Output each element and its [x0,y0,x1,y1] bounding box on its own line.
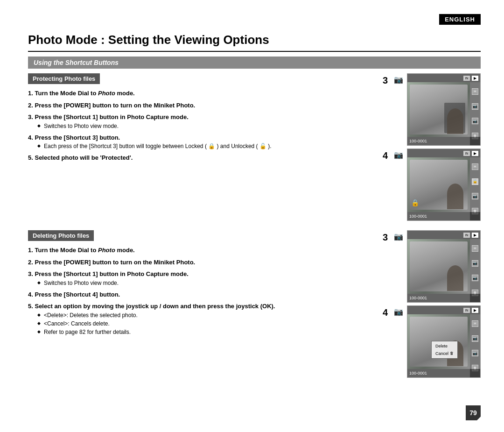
protect-step-1: 1. Turn the Mode Dial to Photo mode. [28,89,373,98]
cam-counter-p3: 100-0001 [409,139,427,143]
delete-camera-icon-4: 📷 [394,307,404,316]
protect-header: Protecting Photo files [28,73,100,84]
protect-step-4-sub: Each press of the [Shortcut 3] button wi… [37,142,373,150]
section-header: Using the Shortcut Buttons [28,57,481,69]
delete-step-1: 1. Turn the Mode Dial to Photo mode. [28,246,373,255]
delete-step-5-sub-1: <Delete>: Deletes the selected photo. [37,311,373,319]
protect-step-2: 2. Press the [POWER] button to turn on t… [28,101,373,110]
cancel-option: Cancel 🗑 [435,350,454,357]
delete-cam-row-4: 4 📷 IN ▶ Delete Cancel 🗑 [383,305,481,379]
delete-images: 3 📷 IN ▶ H 📷 📷 🗑 [383,230,481,381]
protect-step-4: 4. Press the [Shortcut 3] button. Each p… [28,133,373,151]
delete-option: Delete [435,342,454,350]
camera-icon-3: 📷 [394,75,404,84]
delete-menu: Delete Cancel 🗑 [431,341,458,359]
page-title: Photo Mode : Setting the Viewing Options [28,33,481,52]
protect-cam-row-3: 3 📷 IN ▶ H 📷 [383,73,481,147]
protect-left: Protecting Photo files 1. Turn the Mode … [28,73,373,224]
protect-section: Protecting Photo files 1. Turn the Mode … [28,73,481,224]
protect-step-3: 3. Press the [Shortcut 1] button in Phot… [28,113,373,130]
delete-header: Deleting Photo files [28,230,94,241]
delete-step-4: 4. Press the [Shortcut 4] button. [28,290,373,299]
camera-screen-protect-3: IN ▶ H 📷 📷 🗑 [407,73,481,146]
protect-cam-row-4: 4 📷 IN ▶ 🔒 H 🔒 [383,149,481,222]
camera-screen-delete-4: IN ▶ Delete Cancel 🗑 H 📷 [407,305,481,378]
protect-step-3-sub: Switches to Photo view mode. [37,122,373,130]
delete-step-3: 3. Press the [Shortcut 1] button in Phot… [28,269,373,287]
delete-left: Deleting Photo files 1. Turn the Mode Di… [28,230,373,381]
cam-counter-d3: 100-0001 [409,296,427,300]
delete-camera-icon-3: 📷 [394,232,404,241]
protect-step-5: 5. Selected photo will be 'Protected'. [28,153,373,163]
page-number: 79 [466,405,481,420]
delete-step-5-sub-2: <Cancel>: Cancels delete. [37,319,373,328]
delete-step-5-sub-3: Refer to page 82 for further details. [37,328,373,336]
page: ENGLISH Photo Mode : Setting the Viewing… [0,0,504,432]
english-badge: ENGLISH [439,14,481,25]
camera-screen-protect-4: IN ▶ 🔒 H 🔒 📷 🗑 [407,149,481,221]
delete-step-2: 2. Press the [POWER] button to turn on t… [28,258,373,267]
camera-screen-delete-3: IN ▶ H 📷 📷 🗑 100-0001 [407,230,481,303]
delete-section: Deleting Photo files 1. Turn the Mode Di… [28,230,481,381]
protect-images: 3 📷 IN ▶ H 📷 [383,73,481,224]
delete-cam-row-3: 3 📷 IN ▶ H 📷 📷 🗑 [383,230,481,304]
delete-step-3-sub: Switches to Photo view mode. [37,279,373,287]
cam-counter-d4: 100-0001 [409,371,427,375]
cam-counter-p4: 100-0001 [409,214,427,219]
delete-step-5: 5. Select an option by moving the joysti… [28,302,373,336]
camera-icon-4: 📷 [394,150,404,159]
